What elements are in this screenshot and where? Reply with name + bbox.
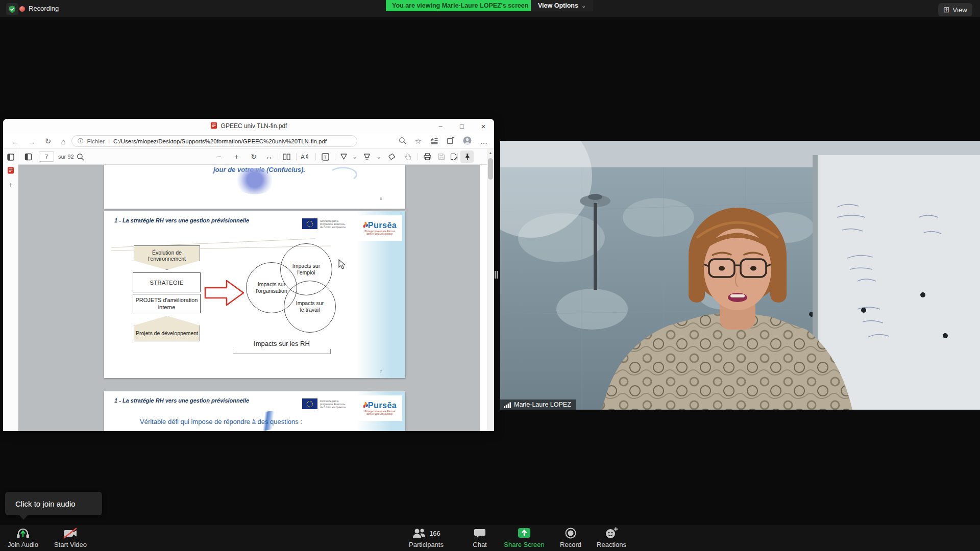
favorites-star-icon[interactable]: ☆ [415,137,422,146]
pdf-search-icon[interactable] [75,151,86,162]
zoom-in-icon[interactable]: + [231,151,242,162]
participants-label: Participants [409,541,444,548]
pdf-sidebar-icon[interactable] [22,151,34,162]
close-button[interactable]: × [473,119,494,133]
page-number-input[interactable] [39,152,54,162]
zoom-out-icon[interactable]: − [213,151,225,162]
pursea-flame-icon [363,401,368,408]
tab-list-icon[interactable] [6,152,16,162]
browser-addressbar: ← → ↻ ⌂ ⓘ Fichier | C:/Users/mlopez/Desk… [3,133,494,149]
headphones-icon [15,527,31,539]
pursea-subtitle: Pilotage Universitaire Rénové dans le Su… [364,230,395,236]
highlighter-chevron-icon[interactable]: ⌄ [373,151,384,162]
share-screen-button[interactable]: Share Screen [499,527,550,548]
participant-video-tile[interactable]: Marie-Laure LOPEZ [500,141,980,410]
scroll-up-icon[interactable]: ▲ [487,149,494,156]
flow-banner-environnement: Évolution de l'environnement [134,245,200,270]
view-options-button[interactable]: View Options ⌄ [531,0,593,11]
mouse-cursor [338,259,346,270]
decorative-swirl [329,167,357,182]
chat-bubble-icon [474,527,486,539]
refresh-icon[interactable]: ↻ [42,135,54,147]
maximize-button[interactable]: □ [451,119,473,133]
url-field[interactable]: ⓘ Fichier | C:/Users/mlopez/Desktop/Supp… [71,135,357,147]
back-icon[interactable]: ← [9,135,21,147]
read-aloud-icon[interactable]: A [299,151,310,162]
active-pdf-tab-icon[interactable] [6,165,16,176]
profile-avatar-icon[interactable] [463,136,472,147]
chat-label: Chat [473,541,486,548]
participants-button[interactable]: 166 Participants [404,527,448,548]
eu-logo-text: Cofinancé par le programme Erasmus+ de l… [320,219,346,229]
pdf-page-7: 1 - La stratégie RH vers une gestion pré… [104,211,405,378]
join-audio-button[interactable]: Join Audio [1,527,45,548]
reactions-smiley-icon [605,527,618,539]
scrollbar-thumb[interactable] [488,158,493,180]
search-icon[interactable] [399,137,406,146]
save-icon[interactable] [436,151,447,162]
minimize-button[interactable]: – [430,119,451,133]
view-button[interactable]: ⊞ View [938,3,972,16]
audio-signal-icon [504,402,511,408]
pursea-subtitle: Pilotage Universitaire Rénové dans le Su… [364,410,395,416]
decorative-swirl [234,168,275,194]
security-shield-icon[interactable] [6,3,18,15]
highlighter-icon[interactable] [361,151,373,162]
pdf-toolbar: sur 92 − + ↻ ↔ A T ⌄ ⌄ [18,149,487,165]
meeting-toolbar: Join Audio ^ Start Video 166 Participant… [0,525,980,551]
url-divider: | [108,138,110,144]
draw-icon[interactable] [338,151,349,162]
tab-title: GPEEC univ TLN-fin.pdf [221,122,287,130]
svg-text:T: T [324,155,327,160]
edge-browser-window: GPEEC univ TLN-fin.pdf – □ × ← → ↻ ⌂ ⓘ F… [3,119,494,431]
slide8-question-text: Véritable défi qui impose de répondre à … [140,418,302,425]
slide7-title: 1 - La stratégie RH vers une gestion pré… [114,217,249,223]
home-icon[interactable]: ⌂ [57,135,69,147]
vertical-tabstrip: + [3,149,18,431]
screen-share-banner: You are viewing Marie-Laure LOPEZ's scre… [386,0,534,11]
eu-flag-icon [302,398,317,409]
view-label: View [953,6,967,14]
pdf-file-icon [210,122,217,131]
webcam-scene [500,141,980,410]
collections-add-icon[interactable] [447,137,454,146]
pdf-scrollbar[interactable]: ▲ [487,149,494,431]
page-number: 6 [380,196,382,201]
browser-titlebar[interactable]: GPEEC univ TLN-fin.pdf – □ × [3,119,494,133]
url-text: C:/Users/mlopez/Desktop/Supports%20forma… [113,138,327,144]
eu-logo: Cofinancé par le programme Erasmus+ de l… [302,398,346,409]
grid-view-icon: ⊞ [943,5,950,14]
pin-toolbar-icon[interactable] [460,151,474,163]
record-icon [565,527,577,539]
pursea-flame-icon [363,221,368,228]
record-button[interactable]: Record [549,527,593,548]
venn-bracket [233,349,331,354]
favorites-list-icon[interactable] [430,137,438,146]
fit-width-icon[interactable]: ↔ [263,151,275,162]
chat-button[interactable]: Chat [458,527,502,548]
reactions-button[interactable]: Reactions [590,527,633,548]
participant-nameplate: Marie-Laure LOPEZ [500,399,576,410]
pdf-content-area[interactable]: jour de votre vie (Confucius). 6 1 - La … [18,165,480,431]
chevron-down-icon: ⌄ [581,3,586,9]
forward-icon[interactable]: → [26,135,38,147]
pdf-page-8: 1 - La stratégie RH vers une gestion pré… [104,391,405,431]
eu-logo: Cofinancé par le programme Erasmus+ de l… [302,218,346,229]
menu-ellipsis-icon[interactable]: … [480,137,488,145]
draw-chevron-icon[interactable]: ⌄ [349,151,360,162]
rotate-icon[interactable]: ↻ [248,151,259,162]
red-arrow-icon [204,279,245,307]
eraser-icon[interactable] [386,151,397,162]
new-tab-icon[interactable]: + [6,180,16,190]
venn-caption: Impacts sur les RH [233,340,331,347]
share-screen-label: Share Screen [504,541,545,548]
eu-flag-icon [302,218,317,229]
touch-hand-icon[interactable] [402,151,413,162]
svg-text:A: A [301,154,305,160]
add-text-icon[interactable]: T [320,151,331,162]
page-view-icon[interactable] [281,151,292,162]
panel-divider-handle[interactable] [495,271,498,279]
print-icon[interactable] [422,151,433,162]
start-video-button[interactable]: Start Video [48,527,92,548]
page-info-icon[interactable]: ⓘ [78,137,84,145]
